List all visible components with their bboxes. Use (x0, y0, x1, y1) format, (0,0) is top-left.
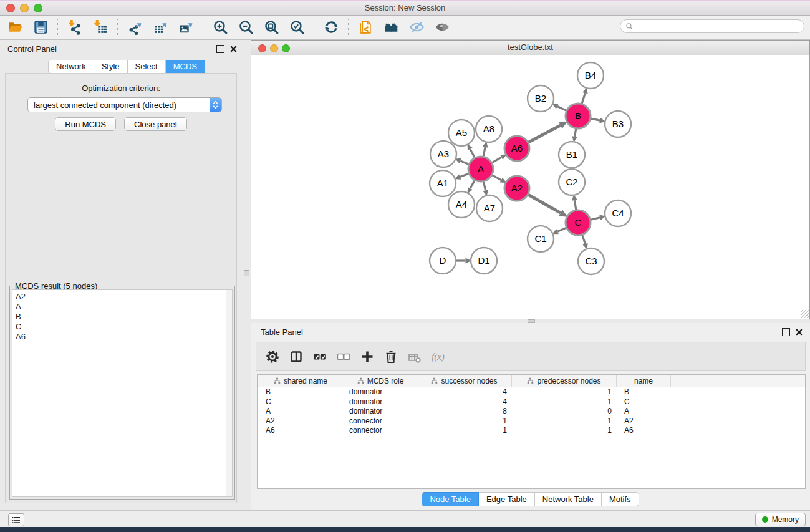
edge-A-A4[interactable] (468, 180, 475, 193)
optimization-criterion-select[interactable]: largest connected component (directed) (27, 97, 222, 112)
tab-edge-table[interactable]: Edge Table (479, 492, 535, 506)
edge-C-C4[interactable] (591, 215, 605, 220)
table-row[interactable]: A6connector11A6 (258, 426, 805, 436)
tab-node-table[interactable]: Node Table (422, 492, 479, 506)
edge-A-A5[interactable] (467, 144, 475, 158)
import-network-button[interactable] (62, 17, 88, 37)
table-row[interactable]: Bdominator41B (258, 387, 805, 397)
houses-button[interactable] (378, 17, 404, 37)
node-A5[interactable]: A5 (448, 120, 475, 146)
edge-C-C2[interactable] (572, 195, 577, 210)
export-image-button[interactable] (173, 17, 199, 37)
search-input[interactable] (636, 21, 804, 31)
node-A4[interactable]: A4 (448, 191, 475, 218)
close-panel-icon[interactable] (230, 46, 237, 52)
close-network-button[interactable] (258, 44, 266, 52)
resize-grip[interactable] (801, 310, 809, 318)
column-header-name[interactable]: name (617, 375, 671, 387)
node-C1[interactable]: C1 (528, 226, 554, 252)
result-item[interactable]: A6 (16, 332, 232, 342)
edge-B-B2[interactable] (552, 104, 566, 110)
gear-button[interactable] (263, 347, 281, 366)
node-A2[interactable]: A2 (504, 176, 529, 201)
edge-A-A6[interactable] (492, 154, 506, 162)
maximize-network-button[interactable] (282, 44, 290, 52)
node-A1[interactable]: A1 (430, 170, 456, 196)
import-table-button[interactable] (88, 17, 113, 37)
tab-mcds[interactable]: MCDS (166, 60, 205, 74)
close-panel-icon[interactable] (796, 329, 803, 336)
node-A7[interactable]: A7 (476, 195, 503, 221)
node-B3[interactable]: B3 (605, 111, 631, 137)
edge-A-A3[interactable] (455, 158, 469, 164)
node-C[interactable]: C (566, 210, 591, 235)
edge-A-A2[interactable] (493, 175, 507, 183)
node-A8[interactable]: A8 (476, 116, 502, 142)
select-stepper[interactable] (210, 98, 221, 112)
float-panel-icon[interactable] (216, 45, 224, 53)
mcds-result-list[interactable]: A2ABCA6 (12, 289, 233, 497)
node-D[interactable]: D (430, 248, 456, 274)
tab-motifs[interactable]: Motifs (602, 492, 639, 506)
eye-slash-button[interactable] (404, 17, 430, 37)
column-header-predecessor-nodes[interactable]: predecessor nodes (512, 375, 617, 387)
edge-C-C1[interactable] (552, 228, 566, 234)
column-header-shared-name[interactable]: shared name (258, 375, 344, 387)
node-B4[interactable]: B4 (577, 62, 604, 89)
node-A[interactable]: A (468, 157, 493, 181)
checkbox-checked-pair-button[interactable] (311, 347, 329, 366)
node-A3[interactable]: A3 (430, 141, 456, 167)
eye-button[interactable] (430, 17, 455, 37)
tab-style[interactable]: Style (94, 60, 128, 74)
function-button[interactable] (429, 347, 447, 366)
tab-network-table[interactable]: Network Table (535, 492, 602, 506)
task-history-button[interactable] (8, 513, 24, 526)
node-C2[interactable]: C2 (559, 169, 585, 195)
export-network-button[interactable] (122, 17, 148, 37)
edge-C-C3[interactable] (582, 235, 588, 249)
run-mcds-button[interactable]: Run MCDS (55, 117, 116, 131)
column-header-successor-nodes[interactable]: successor nodes (417, 375, 512, 387)
columns-button[interactable] (287, 347, 305, 366)
result-item[interactable]: A (16, 302, 232, 312)
node-B[interactable]: B (566, 104, 591, 128)
result-scrollbar[interactable] (226, 290, 232, 496)
edge-B-B3[interactable] (591, 118, 606, 123)
zoom-out-button[interactable] (233, 17, 259, 37)
edge-A2-C[interactable] (528, 195, 567, 216)
node-A6[interactable]: A6 (504, 136, 529, 161)
node-C4[interactable]: C4 (605, 200, 631, 226)
network-canvas[interactable]: AA1A2A3A4A5A6A7A8BB1B2B3B4CC1C2C3C4DD1 (251, 55, 809, 319)
edge-B-B4[interactable] (582, 87, 587, 104)
table-delete-button[interactable] (405, 347, 423, 366)
zoom-in-button[interactable] (208, 17, 233, 37)
folder-open-button[interactable] (2, 17, 28, 37)
result-item[interactable]: A2 (16, 292, 232, 302)
node-B2[interactable]: B2 (528, 85, 554, 112)
result-item[interactable]: C (16, 322, 232, 332)
edge-A6-B[interactable] (529, 122, 568, 142)
column-header-mcds-role[interactable]: MCDS role (344, 375, 417, 387)
tab-select[interactable]: Select (128, 60, 166, 74)
network-window-titlebar[interactable]: testGlobe.txt (251, 41, 809, 56)
checkbox-unchecked-pair-button[interactable] (334, 347, 352, 366)
edge-A-A7[interactable] (483, 181, 488, 196)
minimize-network-button[interactable] (270, 44, 278, 52)
node-B1[interactable]: B1 (559, 142, 585, 168)
table-row[interactable]: Adominator80A (258, 407, 805, 417)
network-document-button[interactable] (353, 17, 378, 37)
node-D1[interactable]: D1 (471, 248, 497, 274)
trash-button[interactable] (382, 347, 400, 366)
edge-B-B1[interactable] (572, 129, 577, 143)
refresh-button[interactable] (319, 17, 344, 37)
plus-button[interactable] (358, 347, 376, 366)
zoom-fit-button[interactable] (259, 17, 284, 37)
node-C3[interactable]: C3 (578, 248, 604, 274)
export-table-button[interactable] (148, 17, 173, 37)
save-button[interactable] (28, 17, 54, 37)
edge-A-A1[interactable] (455, 173, 469, 179)
edge-A-A8[interactable] (483, 142, 488, 157)
search-box[interactable] (620, 19, 804, 33)
close-panel-button[interactable]: Close panel (124, 117, 187, 131)
splitter-handle[interactable] (244, 270, 249, 276)
